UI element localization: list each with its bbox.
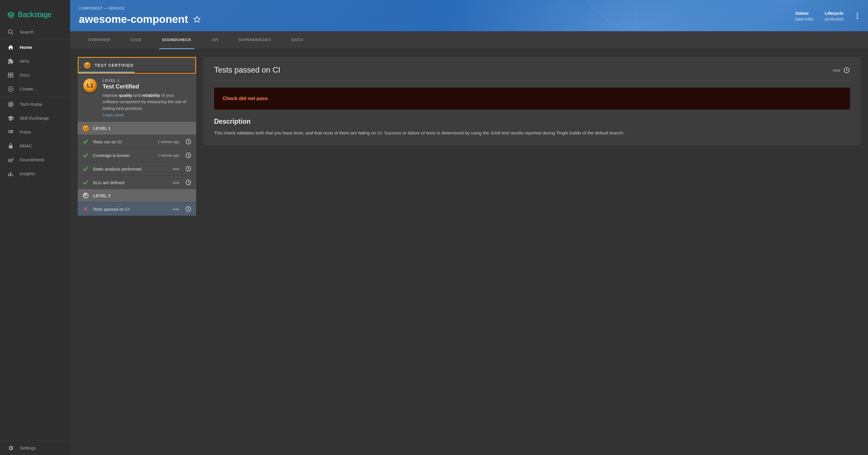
bar-chart-icon xyxy=(7,171,14,177)
owner-label: Owner xyxy=(795,11,813,16)
breadcrumb: COMPONENT — SERVICE xyxy=(79,6,201,10)
svg-point-15 xyxy=(857,13,858,14)
sidebar-item-rbac[interactable]: RBAC xyxy=(0,139,70,153)
page-title: awesome-component xyxy=(79,13,188,25)
detail-title: Tests passed on CI xyxy=(214,66,280,75)
sidebar-item-soundcheck[interactable]: Soundcheck xyxy=(0,153,70,167)
sidebar-item-pulse[interactable]: Pulse xyxy=(0,125,70,139)
check-label: Static analysis performed xyxy=(93,167,168,171)
clock-icon xyxy=(185,179,191,186)
check-label: Tests run on CI xyxy=(93,139,154,144)
more-menu-button[interactable] xyxy=(855,11,859,20)
check-row[interactable]: Tests passed on CInow xyxy=(78,202,196,216)
sidebar-item-settings[interactable]: Settings xyxy=(0,441,70,455)
level-badge-icon: L1 xyxy=(82,125,89,132)
level-header[interactable]: L1LEVEL 1 xyxy=(78,122,196,135)
sidebar-item-insights[interactable]: Insights xyxy=(0,167,70,181)
sidebar: Backstage Search Home APIs Docs Create..… xyxy=(0,0,70,455)
graduation-cap-icon xyxy=(7,115,14,121)
check-label: Coverage is known xyxy=(93,153,154,158)
svg-point-16 xyxy=(857,15,858,17)
tab-cicd[interactable]: CI/CD xyxy=(128,31,145,49)
sidebar-item-label: Settings xyxy=(20,446,36,451)
brand-name: Backstage xyxy=(18,10,52,19)
check-icon xyxy=(82,152,89,159)
sidebar-item-label: Pulse xyxy=(20,130,31,135)
level-badge-icon: L1 xyxy=(84,62,91,69)
check-label: SLIs are defined xyxy=(93,180,168,185)
svg-rect-13 xyxy=(10,172,11,176)
learn-more-link[interactable]: Learn more xyxy=(102,113,124,117)
sidebar-item-label: Search xyxy=(20,29,34,35)
svg-rect-10 xyxy=(10,132,13,133)
sidebar-item-label: Insights xyxy=(20,171,35,176)
main-content: COMPONENT — SERVICE awesome-component Ow… xyxy=(70,0,868,455)
level-header[interactable]: L2LEVEL 2 xyxy=(78,189,196,202)
sidebar-item-docs[interactable]: Docs xyxy=(0,68,70,82)
lifecycle-label: Lifecycle xyxy=(825,11,844,16)
sidebar-item-skill-exchange[interactable]: Skill Exchange xyxy=(0,111,70,125)
lifecycle-value: production xyxy=(825,17,844,21)
level-label: LEVEL 1 xyxy=(93,126,111,131)
check-timestamp: 1 minute ago xyxy=(158,140,179,144)
brand-logo[interactable]: Backstage xyxy=(0,0,70,25)
check-row[interactable]: Static analysis performednow xyxy=(78,162,196,175)
svg-line-1 xyxy=(11,33,13,34)
divider xyxy=(0,96,70,97)
description-heading: Description xyxy=(214,118,850,125)
check-label: Tests passed on CI xyxy=(93,207,168,211)
content-tabs: OVERVIEW CI/CD SOUNDCHECK API DEPENDENCI… xyxy=(70,31,868,50)
check-timestamp: 1 minute ago xyxy=(158,153,179,158)
puzzle-icon xyxy=(7,58,14,64)
check-icon xyxy=(82,179,89,186)
lifecycle-meta: Lifecycle production xyxy=(825,11,844,21)
svg-rect-7 xyxy=(8,131,9,132)
page-header: COMPONENT — SERVICE awesome-component Ow… xyxy=(70,0,868,31)
list-icon xyxy=(7,129,14,135)
gear-icon xyxy=(7,445,14,451)
docs-icon xyxy=(7,72,14,78)
star-icon[interactable] xyxy=(193,16,201,23)
divider xyxy=(0,440,70,440)
clock-icon xyxy=(185,206,191,212)
tab-soundcheck[interactable]: SOUNDCHECK xyxy=(159,31,194,49)
check-row[interactable]: SLIs are definednow xyxy=(78,175,196,189)
tab-dependencies[interactable]: DEPENDENCIES xyxy=(236,31,274,49)
lock-icon xyxy=(7,143,14,149)
soundcheck-icon xyxy=(7,157,14,163)
level-label: LEVEL 2 xyxy=(93,193,111,198)
checks-panel: L1 TEST CERTIFIED L1 LEVEL 1 Test Certif… xyxy=(78,57,196,216)
backstage-icon xyxy=(7,11,15,19)
check-timestamp: now xyxy=(173,167,179,171)
track-label: TEST CERTIFIED xyxy=(95,63,134,68)
detail-timestamp: now xyxy=(833,68,840,73)
sidebar-item-label: Docs xyxy=(20,73,30,78)
track-overview-card: L1 LEVEL 1 Test Certified Improve qualit… xyxy=(78,74,196,122)
clock-icon xyxy=(185,152,191,159)
svg-rect-9 xyxy=(8,132,9,133)
sidebar-item-label: Tech Radar xyxy=(20,102,42,107)
tab-docs[interactable]: DOCS xyxy=(288,31,306,49)
clock-icon xyxy=(185,139,191,145)
clock-icon xyxy=(843,67,850,74)
sidebar-item-home[interactable]: Home xyxy=(0,40,70,54)
check-row[interactable]: Tests run on CI1 minute ago xyxy=(78,135,196,148)
home-icon xyxy=(7,44,14,51)
sidebar-item-label: RBAC xyxy=(20,143,32,149)
sidebar-item-label: Soundcheck xyxy=(20,157,44,163)
svg-point-17 xyxy=(857,18,858,19)
tab-api[interactable]: API xyxy=(209,31,222,49)
tab-overview[interactable]: OVERVIEW xyxy=(85,31,113,49)
divider xyxy=(0,39,70,40)
radar-icon xyxy=(7,101,14,108)
check-row[interactable]: Coverage is known1 minute ago xyxy=(78,148,196,162)
sidebar-item-search[interactable]: Search xyxy=(0,25,70,39)
check-fail-alert: Check did not pass xyxy=(214,88,850,110)
track-tab[interactable]: L1 TEST CERTIFIED xyxy=(78,57,196,74)
sidebar-item-create[interactable]: Create... xyxy=(0,82,70,96)
sidebar-item-tech-radar[interactable]: Tech Radar xyxy=(0,97,70,111)
owner-value[interactable]: toast-infra xyxy=(795,17,813,21)
track-description: Improve quality and reliability of your … xyxy=(102,92,191,112)
sidebar-item-apis[interactable]: APIs xyxy=(0,54,70,68)
clock-icon xyxy=(185,166,191,172)
